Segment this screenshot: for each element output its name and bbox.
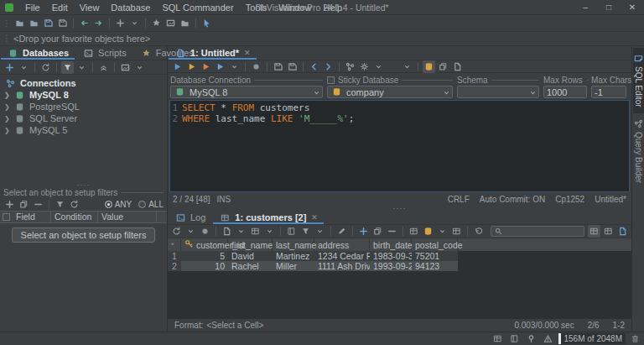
caret-icon[interactable] [228, 60, 241, 73]
grid-col-postal_code[interactable]: postal_code [412, 238, 458, 251]
image-icon[interactable] [164, 17, 177, 29]
grid-cell[interactable]: 1983-09-30 [370, 251, 412, 261]
strip-tab-sql-editor[interactable]: SQL Editor [633, 48, 644, 113]
grid-cell[interactable]: Miller [273, 261, 314, 271]
filter-icon[interactable] [61, 61, 74, 74]
minimize-button[interactable]: – [574, 0, 597, 14]
refresh-icon[interactable] [39, 61, 52, 74]
favorites-drag-handle[interactable]: ⋮ [3, 34, 11, 43]
toolbar-drag-handle[interactable]: ⋮ [3, 19, 11, 28]
folder-icon[interactable] [179, 17, 191, 29]
grid-cell[interactable]: Rachel [228, 261, 273, 271]
expand-chevron-icon[interactable]: ❯ [4, 91, 10, 99]
filter-icon[interactable] [54, 198, 66, 211]
caret-icon[interactable] [314, 225, 326, 238]
book-icon[interactable] [508, 332, 521, 345]
grid-cell[interactable]: 1993-09-22 [370, 261, 412, 271]
grid-icon[interactable] [249, 225, 262, 238]
db-icon[interactable] [422, 225, 434, 238]
radio-all[interactable]: ALL [138, 200, 164, 209]
expand-chevron-icon[interactable]: ❯ [4, 127, 10, 134]
maximize-button[interactable]: □ [597, 0, 621, 14]
grid-col-customer_id[interactable]: customer_id [181, 238, 228, 251]
max-chars-input[interactable]: -1 [591, 86, 626, 98]
expand-chevron-icon[interactable]: ❯ [4, 115, 10, 123]
plus-icon[interactable] [3, 61, 16, 74]
circle-icon[interactable] [199, 225, 211, 238]
strip-tab-query-builder[interactable]: Query Builder [633, 113, 644, 189]
caret-icon[interactable] [263, 225, 276, 238]
grid-row[interactable]: 210RachelMiller1111 Ash Drive1993-09-229… [168, 261, 631, 271]
pin-icon[interactable] [525, 332, 538, 345]
radio-any[interactable]: ANY [105, 200, 132, 209]
branch-icon[interactable] [344, 60, 356, 73]
book-icon[interactable] [285, 225, 298, 238]
db-icon[interactable] [423, 60, 435, 73]
tree-node-mysql-8[interactable]: ❯MySQL 8 [0, 89, 167, 101]
grid-cell[interactable]: 75201 [412, 251, 458, 261]
caret-icon[interactable] [128, 17, 141, 29]
grid-col-address[interactable]: address [314, 238, 370, 251]
folder-icon[interactable] [28, 17, 40, 29]
minus-icon[interactable] [386, 225, 398, 238]
sidebar-tab-scripts[interactable]: Scripts [75, 46, 133, 60]
export-icon[interactable] [387, 60, 399, 73]
menu-edit[interactable]: Edit [46, 3, 74, 13]
caret-icon[interactable] [75, 61, 88, 74]
result-tab-1-customers-2-[interactable]: 1: customers [2]✕ [212, 211, 325, 224]
row-number-cell[interactable]: 1 [168, 251, 181, 261]
caret-icon[interactable] [184, 225, 197, 238]
expand-chevron-icon[interactable]: ❯ [4, 103, 10, 111]
filter-col-condition[interactable]: Condition [51, 212, 98, 222]
pencil-icon[interactable] [335, 225, 348, 238]
play-icon[interactable] [171, 60, 184, 73]
plus-icon[interactable] [357, 225, 370, 238]
disk-icon[interactable] [42, 17, 55, 29]
arrow-r-icon[interactable] [92, 17, 105, 29]
warn-icon[interactable] [542, 332, 554, 345]
grid-cell[interactable]: 1234 Cedar Road [314, 251, 370, 261]
filter-col-value[interactable]: Value [98, 212, 157, 222]
disk-icon[interactable] [56, 17, 69, 29]
caret-icon[interactable] [436, 225, 449, 238]
caret-icon[interactable] [401, 60, 413, 73]
copy-icon[interactable] [18, 198, 30, 211]
refresh-icon[interactable] [68, 198, 80, 211]
garbage-collect-icon[interactable] [630, 334, 640, 344]
star-icon[interactable] [150, 17, 163, 29]
memory-indicator[interactable]: 156M of 2048M [558, 333, 626, 344]
plus-icon[interactable] [3, 198, 16, 211]
setup-filters-button[interactable]: Select an object to setup filters [12, 227, 156, 243]
copy-icon[interactable] [437, 60, 449, 73]
result-tab-log[interactable]: Log [168, 211, 212, 224]
file-icon[interactable] [221, 225, 233, 238]
caret-icon[interactable] [235, 225, 247, 238]
collapse-icon[interactable] [97, 61, 110, 74]
grid-cell[interactable]: 94123 [412, 261, 458, 271]
grid-cell[interactable]: 10 [181, 261, 228, 271]
menu-file[interactable]: File [19, 3, 46, 13]
gear-icon[interactable] [358, 60, 371, 73]
tree-node-sql-server[interactable]: ❯SQL Server [0, 112, 167, 124]
filter-select-all-checkbox[interactable] [3, 213, 10, 221]
tree-node-mysql-5[interactable]: ❯MySQL 5 [0, 124, 167, 136]
filter-col-field[interactable]: Field [13, 212, 51, 222]
grid-col-first_name[interactable]: first_name [228, 238, 273, 251]
file-icon[interactable] [616, 225, 629, 238]
row-number-cell[interactable]: 2 [168, 261, 181, 271]
grid-col-last_name[interactable]: last_name [273, 238, 314, 251]
menu-sql-commander[interactable]: SQL Commander [156, 3, 239, 13]
sql-editor[interactable]: 1SELECT * FROM customers2WHERE last_name… [169, 100, 630, 192]
play-icon[interactable] [214, 60, 226, 73]
caret-icon[interactable] [372, 60, 385, 73]
database-select[interactable]: company [327, 86, 453, 98]
grid-cell[interactable]: 5 [181, 251, 228, 261]
filter-icon[interactable] [299, 225, 312, 238]
close-tab-icon[interactable]: ✕ [244, 49, 251, 57]
sticky-database-checkbox[interactable] [327, 76, 335, 84]
sidebar-tab-databases[interactable]: Databases [0, 46, 75, 60]
arrow-l-icon[interactable] [78, 17, 91, 29]
image-icon[interactable] [119, 61, 132, 74]
disk-icon[interactable] [286, 60, 299, 73]
folder-icon[interactable] [13, 17, 26, 29]
